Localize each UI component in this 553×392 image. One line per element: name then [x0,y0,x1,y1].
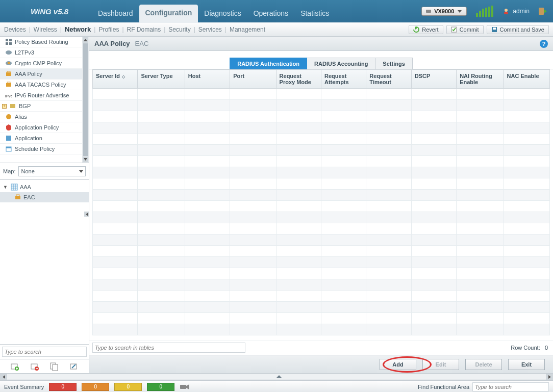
delete-item-icon[interactable] [30,362,39,371]
camera-icon[interactable] [180,383,190,390]
col-request-timeout[interactable]: Request Timeout [366,70,411,89]
col-server-id[interactable]: Server Id◇ [93,70,138,89]
help-icon[interactable]: ? [540,40,548,48]
instance-eac[interactable]: EAC [0,192,89,202]
commit-button[interactable]: Commit [446,25,484,34]
col-request-proxy-mode[interactable]: Request Proxy Mode [276,70,321,89]
tree-scrollbar[interactable] [82,37,89,163]
table-row[interactable] [93,111,550,122]
nav-diagnostics[interactable]: Diagnostics [198,4,247,22]
scroll-down-icon[interactable] [83,156,88,162]
tree-item-bgp[interactable]: +BGP [0,101,82,112]
table-row[interactable] [93,279,550,291]
table-row[interactable] [93,145,550,156]
logout-icon[interactable] [539,7,548,16]
subnav-network[interactable]: Network [65,25,91,33]
tab-radius-authentication[interactable]: RADIUS Authentication [230,58,307,69]
subnav-services[interactable]: Services [198,26,222,33]
nav-operations[interactable]: Operations [247,4,294,22]
nav-dashboard[interactable]: Dashboard [92,4,139,22]
subnav-wireless[interactable]: Wireless [34,26,57,33]
table-row[interactable] [93,190,550,201]
col-dscp[interactable]: DSCP [411,70,456,89]
device-selector[interactable]: VX9000 [421,7,467,16]
commit-save-button[interactable]: Commit and Save [487,25,549,34]
tab-radius-accounting[interactable]: RADIUS Accounting [307,58,375,69]
col-label: Request Timeout [369,73,391,85]
delete-button[interactable]: Delete [465,359,502,370]
tree-item-policy-based-routing[interactable]: Policy Based Routing [0,37,82,47]
horizontal-scrollbar[interactable] [0,373,553,380]
ffa-input[interactable] [472,382,549,391]
table-row[interactable] [93,134,550,145]
col-nac-enable[interactable]: NAC Enable [504,70,549,89]
event-major-count[interactable]: 0 [82,383,109,391]
table-cell [230,167,276,178]
table-row[interactable] [93,223,550,234]
copy-item-icon[interactable] [49,362,59,371]
scroll-track[interactable] [7,374,546,379]
rename-item-icon[interactable] [69,362,79,371]
table-row[interactable] [93,291,550,302]
instance-aaa[interactable]: ▼AAA [0,182,89,192]
tree-item-l2tpv3[interactable]: L2TPv3 [0,47,82,58]
scroll-thumb[interactable] [83,43,88,156]
collapse-handle-icon[interactable] [84,212,89,217]
expand-icon[interactable]: + [2,104,7,109]
tree-item-application[interactable]: Application [0,133,82,144]
col-nai-routing-enable[interactable]: NAI Routing Enable [457,70,504,89]
table-cell [321,122,366,134]
table-row[interactable] [93,178,550,190]
edit-button[interactable]: Edit [422,359,459,370]
tree-item-crypto-cmp-policy[interactable]: Crypto CMP Policy [0,58,82,69]
nav-configuration[interactable]: Configuration [139,5,198,23]
tree-item-alias[interactable]: Alias [0,112,82,122]
table-row[interactable] [93,100,550,111]
subnav-management[interactable]: Management [230,26,265,33]
table-row[interactable] [93,212,550,223]
nav-statistics[interactable]: Statistics [294,4,335,22]
subnav-rf-domains[interactable]: RF Domains [127,26,161,33]
col-port[interactable]: Port [230,70,276,89]
scroll-up-icon[interactable] [83,37,88,43]
table-row[interactable] [93,302,550,313]
revert-button[interactable]: Revert [409,25,443,34]
add-button[interactable]: Add [380,359,416,370]
col-host[interactable]: Host [185,70,230,89]
scroll-left-icon[interactable] [0,374,7,380]
table-row[interactable] [93,234,550,246]
tree-item-application-policy[interactable]: Application Policy [0,122,82,133]
table-row[interactable] [93,89,550,100]
tree-item-schedule-policy[interactable]: Schedule Policy [0,144,82,154]
col-server-type[interactable]: Server Type [138,70,185,89]
table-row[interactable] [93,156,550,167]
table-cell [185,156,230,167]
table-row[interactable] [93,324,550,335]
event-minor-count[interactable]: 0 [114,383,142,391]
table-row[interactable] [93,167,550,178]
scroll-right-icon[interactable] [546,374,553,380]
left-search-input[interactable] [2,347,87,357]
exit-button[interactable]: Exit [508,359,545,370]
tab-settings[interactable]: Settings [375,58,412,69]
table-row[interactable] [93,257,550,268]
add-item-icon[interactable] [10,362,19,371]
table-row[interactable] [93,246,550,257]
tree-item-ipv6-router-advertise[interactable]: IPv6IPv6 Router Advertise [0,90,82,101]
tree-item-aaa-policy[interactable]: AAA Policy [0,69,82,80]
event-info-count[interactable]: 0 [147,383,174,391]
table-row[interactable] [93,201,550,212]
col-request-attempts[interactable]: Request Attempts [321,70,366,89]
table-row[interactable] [93,268,550,279]
subnav-security[interactable]: Security [168,26,190,33]
table-row[interactable] [93,313,550,324]
event-critical-count[interactable]: 0 [49,383,77,391]
collapse-icon[interactable]: ▼ [3,185,8,190]
tree-item-aaa-tacacs-policy[interactable]: AAA TACACS Policy [0,80,82,90]
user-box[interactable]: admin [502,8,530,15]
table-row[interactable] [93,122,550,134]
table-search-input[interactable] [92,343,245,353]
subnav-profiles[interactable]: Profiles [98,26,119,33]
map-select[interactable]: None [18,166,86,176]
subnav-devices[interactable]: Devices [4,26,26,33]
